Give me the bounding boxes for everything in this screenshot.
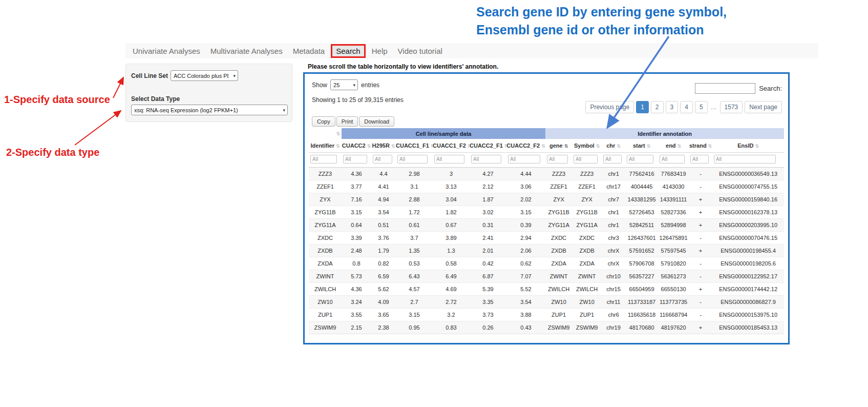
table-cell: ZWINT — [545, 270, 572, 282]
column-header-identifier[interactable]: Identifier⇅ — [309, 139, 342, 152]
table-cell: 5.73 — [342, 270, 371, 282]
page-button-3[interactable]: 3 — [666, 101, 679, 113]
column-header-cuacc1-f2[interactable]: CUACC1_F2⇅ — [433, 139, 470, 152]
column-header-cuacc2-f2[interactable]: CUACC2_F2⇅ — [506, 139, 545, 152]
next-page-button[interactable]: Next page — [745, 101, 782, 113]
table-cell: ZYG11A — [545, 218, 572, 231]
table-search-input[interactable] — [695, 83, 755, 94]
filter-input-end[interactable] — [660, 155, 685, 164]
data-type-select[interactable]: xsq: RNA-seq Expression (log2 FPKM+1) — [131, 105, 288, 115]
table-row[interactable]: ZYG11A0.640.510.610.670.310.39ZYG11AZYG1… — [309, 218, 784, 231]
page-button-1[interactable]: 1 — [636, 101, 649, 113]
table-cell: - — [689, 295, 712, 308]
filter-cell — [712, 152, 784, 167]
filter-input-h295r[interactable] — [373, 155, 392, 164]
table-cell: 5.62 — [371, 282, 396, 295]
table-cell: 4.4 — [371, 167, 396, 180]
nav-tab-multivariate-analyses[interactable]: Multivariate Analyses — [205, 44, 288, 58]
nav-tab-metadata[interactable]: Metadata — [288, 44, 330, 58]
sort-icon[interactable]: ⇅ — [336, 131, 340, 136]
page-ellipsis: … — [710, 101, 718, 113]
table-row[interactable]: ZYX7.164.942.883.041.872.02ZYXZYXchr7143… — [309, 193, 784, 206]
download-button[interactable]: Download — [359, 116, 394, 127]
table-row[interactable]: ZUP13.553.653.153.23.733.88ZUP1ZUP1chr61… — [309, 308, 784, 321]
table-cell: 3.88 — [506, 308, 545, 321]
nav-tab-search[interactable]: Search — [331, 44, 366, 58]
table-cell: 0.43 — [506, 321, 545, 334]
table-cell: 4004445 — [625, 180, 658, 193]
filter-input-strand[interactable] — [690, 155, 709, 164]
table-cell: 143381295 — [625, 193, 658, 206]
filter-input-chr[interactable] — [603, 155, 622, 164]
table-cell: 2.15 — [342, 321, 371, 334]
table-cell: - — [689, 270, 712, 282]
table-cell: - — [689, 257, 712, 270]
group-header-label: Identifier annotation — [638, 131, 692, 137]
filter-input-identifier[interactable] — [310, 155, 337, 164]
filter-input-cuacc2-f2[interactable] — [508, 155, 540, 164]
table-cell: - — [689, 231, 712, 244]
filter-cell — [371, 152, 396, 167]
search-annotation-line2: Ensembl gene id or other information — [476, 21, 727, 39]
column-header-symbol[interactable]: Symbol⇅ — [572, 139, 602, 152]
table-cell: ZYX — [545, 193, 572, 206]
table-cell: 77683419 — [658, 167, 689, 180]
column-header-gene[interactable]: gene⇅ — [545, 139, 572, 152]
filter-input-cuacc2[interactable] — [343, 155, 367, 164]
table-row[interactable]: ZXDB2.481.791.351.32.012.06ZXDBZXDBchrX5… — [309, 244, 784, 257]
filter-input-cuacc1-f1[interactable] — [397, 155, 428, 164]
filter-input-start[interactable] — [627, 155, 653, 164]
column-header-cuacc2-f1[interactable]: CUACC2_F1⇅ — [470, 139, 506, 152]
table-row[interactable]: ZSWIM92.152.380.950.830.260.43ZSWIM9ZSWI… — [309, 321, 784, 334]
page-button-1573[interactable]: 1573 — [720, 101, 743, 113]
filter-input-gene[interactable] — [547, 155, 568, 164]
table-row[interactable]: ZZEF13.774.413.13.132.123.06ZZEF1ZZEF1ch… — [309, 180, 784, 193]
column-header-cuacc2[interactable]: CUACC2⇅ — [342, 139, 371, 152]
table-cell: ZZEF1 — [572, 180, 602, 193]
nav-tab-univariate-analyses[interactable]: Univariate Analyses — [128, 44, 205, 58]
filter-input-cuacc1-f2[interactable] — [434, 155, 464, 164]
pagination: Previous page12345…1573Next page — [585, 101, 782, 113]
column-header-chr[interactable]: chr⇅ — [602, 139, 625, 152]
nav-tab-video-tutorial[interactable]: Video tutorial — [393, 44, 448, 58]
copy-button[interactable]: Copy — [312, 116, 335, 127]
table-cell: ZSWIM9 — [309, 321, 342, 334]
filter-input-ensid[interactable] — [714, 155, 776, 164]
column-header-start[interactable]: start⇅ — [625, 139, 658, 152]
page-button-2[interactable]: 2 — [651, 101, 664, 113]
column-header-h295r[interactable]: H295R⇅ — [371, 139, 396, 152]
table-cell: 3.89 — [433, 231, 470, 244]
filter-cell — [342, 152, 371, 167]
table-cell: 3.15 — [506, 206, 545, 218]
page-length-select[interactable]: 25 — [330, 79, 358, 90]
table-row[interactable]: ZWILCH4.365.624.574.695.395.52ZWILCHZWIL… — [309, 282, 784, 295]
cell-line-set-select[interactable]: ACC Colorado plus PDX — [171, 70, 238, 81]
table-row[interactable]: ZXDA0.80.820.530.580.420.62ZXDAZXDAchrX5… — [309, 257, 784, 270]
table-cell: ZXDB — [545, 244, 572, 257]
red-arrow-2 — [75, 111, 121, 145]
nav-tab-help[interactable]: Help — [367, 44, 393, 58]
column-header-strand[interactable]: strand⇅ — [689, 139, 712, 152]
page-button-4[interactable]: 4 — [680, 101, 693, 113]
table-cell: 2.94 — [506, 231, 545, 244]
table-row[interactable]: ZW103.244.092.72.723.353.54ZW10ZW10chr11… — [309, 295, 784, 308]
filter-input-symbol[interactable] — [574, 155, 598, 164]
print-button[interactable]: Print — [336, 116, 358, 127]
table-cell: 143391111 — [658, 193, 689, 206]
column-header-ensid[interactable]: EnsID⇅ — [712, 139, 784, 152]
table-row[interactable]: ZZZ34.364.42.9834.274.44ZZZ3ZZZ3chr17756… — [309, 167, 784, 180]
column-header-end[interactable]: end⇅ — [658, 139, 689, 152]
table-row[interactable]: ZYG11B3.153.541.721.823.023.15ZYG11BZYG1… — [309, 206, 784, 218]
table-cell: ENSG00000086827.9 — [712, 295, 784, 308]
table-cell: ENSG00000122952.17 — [712, 270, 784, 282]
table-row[interactable]: ZWINT5.736.596.436.496.877.07ZWINTZWINTc… — [309, 270, 784, 282]
table-cell: 0.82 — [371, 257, 396, 270]
previous-page-button[interactable]: Previous page — [585, 101, 634, 113]
table-cell: 116635618 — [625, 308, 658, 321]
page-button-5[interactable]: 5 — [695, 101, 708, 113]
filter-input-cuacc2-f1[interactable] — [471, 155, 501, 164]
table-cell: 3.55 — [342, 308, 371, 321]
table-row[interactable]: ZXDC3.393.763.73.892.412.94ZXDCZXDCchr31… — [309, 231, 784, 244]
column-header-cuacc1-f1[interactable]: CUACC1_F1⇅ — [396, 139, 433, 152]
column-label: chr — [606, 143, 615, 149]
